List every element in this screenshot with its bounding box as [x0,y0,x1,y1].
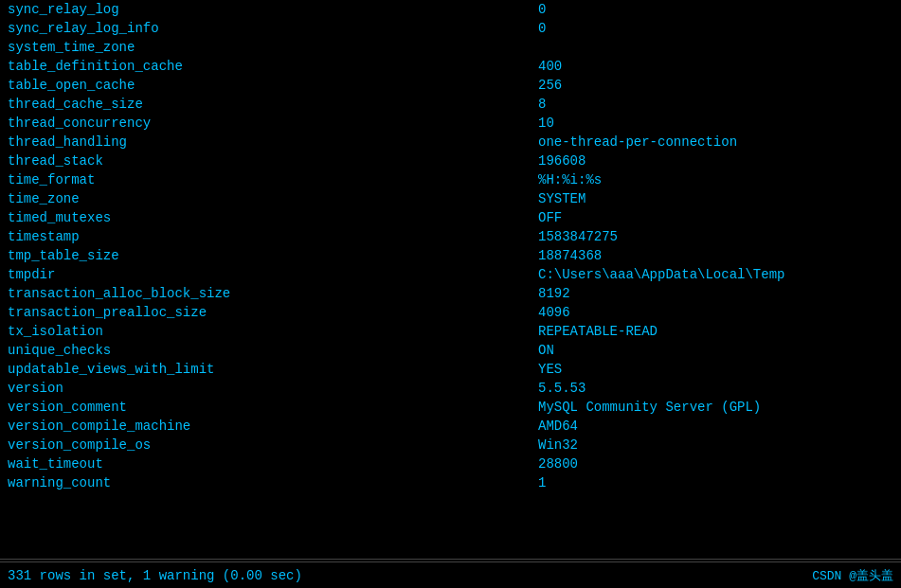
table-row: version_compile_machineAMD64 [0,417,901,436]
status-text: 331 rows in set, 1 warning (0.00 sec) [8,568,302,583]
table-row: thread_stack196608 [0,151,901,170]
variable-value: 196608 [531,151,901,170]
variable-value: 5.5.53 [531,379,901,398]
variable-name: time_format [0,170,531,189]
table-row: system_time_zone [0,38,901,57]
table-row: version5.5.53 [0,379,901,398]
variable-name: tx_isolation [0,322,531,341]
variable-value: OFF [531,208,901,227]
variable-value: REPEATABLE-READ [531,322,901,341]
table-row: sync_relay_log_info0 [0,19,901,38]
variable-value: ON [531,341,901,360]
variable-name: transaction_prealloc_size [0,303,531,322]
variable-value: 4096 [531,303,901,322]
table-row: timed_mutexesOFF [0,208,901,227]
variable-value: 0 [531,0,901,19]
variable-value: 18874368 [531,246,901,265]
variable-name: version_compile_os [0,436,531,454]
table-row: thread_handlingone-thread-per-connection [0,133,901,151]
variable-name: version_compile_machine [0,417,531,436]
variable-name: thread_stack [0,151,531,170]
variable-name: system_time_zone [0,38,531,57]
terminal: sync_relay_log0sync_relay_log_info0syste… [0,0,901,588]
table-row: tx_isolationREPEATABLE-READ [0,322,901,341]
variable-value: 28800 [531,454,901,473]
table-row: warning_count1 [0,473,901,492]
variable-name: table_open_cache [0,76,531,95]
variable-value: 8 [531,95,901,114]
table-row: table_definition_cache400 [0,57,901,76]
variable-value: YES [531,360,901,379]
variable-value: 8192 [531,284,901,303]
variable-value: SYSTEM [531,189,901,208]
table-row: thread_concurrency10 [0,114,901,133]
variable-value: C:\Users\aaa\AppData\Local\Temp [531,265,901,284]
variable-name: thread_handling [0,133,531,151]
table-row: tmp_table_size18874368 [0,246,901,265]
variable-name: tmp_table_size [0,246,531,265]
table-row: sync_relay_log0 [0,0,901,19]
table-row: tmpdirC:\Users\aaa\AppData\Local\Temp [0,265,901,284]
variable-name: wait_timeout [0,454,531,473]
variable-name: version [0,379,531,398]
variable-value: 10 [531,114,901,133]
variable-value [531,38,901,57]
table-row: updatable_views_with_limitYES [0,360,901,379]
variable-value: 0 [531,19,901,38]
variable-value: MySQL Community Server (GPL) [531,398,901,417]
variable-name: thread_concurrency [0,114,531,133]
table-row: wait_timeout28800 [0,454,901,473]
variable-value: %H:%i:%s [531,170,901,189]
variable-name: sync_relay_log [0,0,531,19]
divider [0,559,901,560]
variable-value: 400 [531,57,901,76]
variable-value: 256 [531,76,901,95]
variable-name: warning_count [0,473,531,492]
table-row: time_zoneSYSTEM [0,189,901,208]
table-row: table_open_cache256 [0,76,901,95]
variable-value: 1 [531,473,901,492]
variable-name: thread_cache_size [0,95,531,114]
variable-value: Win32 [531,436,901,454]
variable-name: time_zone [0,189,531,208]
table-area: sync_relay_log0sync_relay_log_info0syste… [0,0,901,557]
variable-value: AMD64 [531,417,901,436]
variable-name: sync_relay_log_info [0,19,531,38]
variable-name: transaction_alloc_block_size [0,284,531,303]
watermark: CSDN @盖头盖 [812,567,893,584]
variable-name: timed_mutexes [0,208,531,227]
variable-name: version_comment [0,398,531,417]
table-row: timestamp1583847275 [0,227,901,246]
table-row: time_format%H:%i:%s [0,170,901,189]
table-row: transaction_prealloc_size4096 [0,303,901,322]
variable-name: updatable_views_with_limit [0,360,531,379]
table-row: unique_checksON [0,341,901,360]
table-row: thread_cache_size8 [0,95,901,114]
variable-value: 1583847275 [531,227,901,246]
variable-name: tmpdir [0,265,531,284]
variable-name: unique_checks [0,341,531,360]
variable-name: timestamp [0,227,531,246]
variable-value: one-thread-per-connection [531,133,901,151]
table-row: version_compile_osWin32 [0,436,901,454]
variable-name: table_definition_cache [0,57,531,76]
table-row: version_commentMySQL Community Server (G… [0,398,901,417]
status-bar: 331 rows in set, 1 warning (0.00 sec) CS… [0,561,901,588]
table-row: transaction_alloc_block_size8192 [0,284,901,303]
